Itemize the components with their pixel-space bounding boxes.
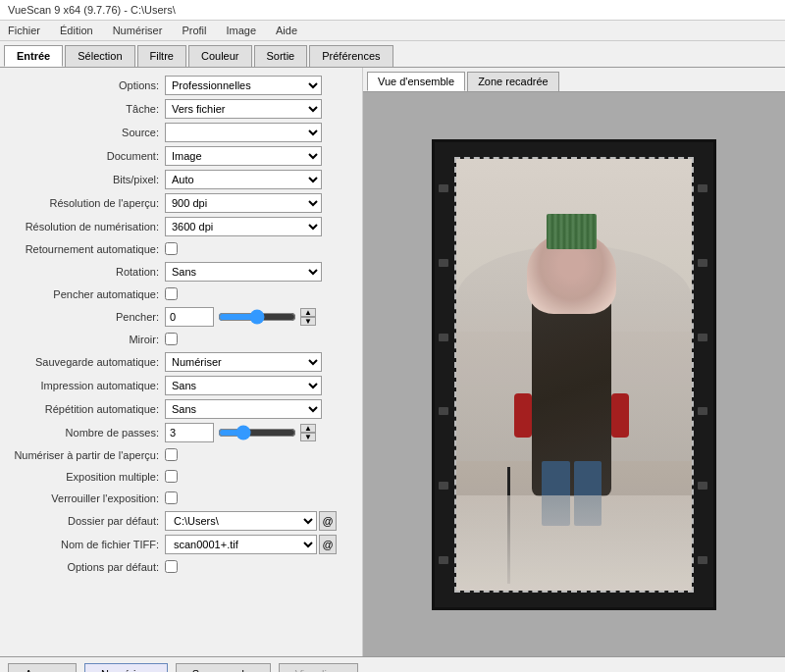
label-res-num: Résolution de numérisation: <box>8 221 165 233</box>
label-passes: Nombre de passes: <box>8 427 165 439</box>
control-rotation: Sans <box>165 262 354 282</box>
row-pencher-auto: Pencher automatique: <box>0 284 362 305</box>
control-options: Professionnelles <box>165 76 354 95</box>
menu-aide[interactable]: Aide <box>272 23 301 38</box>
right-panel: Vue d'ensemble Zone recadrée <box>363 68 785 656</box>
sprocket-hole <box>698 556 707 564</box>
btn-visualiser[interactable]: Visualiser <box>279 663 359 672</box>
row-options-defaut: Options par défaut: <box>0 556 362 578</box>
label-options-defaut: Options par défaut: <box>8 561 165 573</box>
input-passes[interactable] <box>165 423 214 442</box>
sprocket-hole <box>698 482 707 490</box>
checkbox-retournement[interactable] <box>165 242 178 255</box>
select-tache[interactable]: Vers fichier <box>165 99 322 119</box>
spin-down-passes[interactable]: ▼ <box>300 433 316 441</box>
btn-at-fichier[interactable]: @ <box>319 535 337 554</box>
btn-at-dossier[interactable]: @ <box>319 511 337 531</box>
checkbox-miroir[interactable] <box>165 333 178 345</box>
control-tache: Vers fichier <box>165 99 354 119</box>
select-impression[interactable]: Sans <box>165 376 322 395</box>
row-retournement: Retournement automatique: <box>0 238 362 260</box>
tab-filtre[interactable]: Filtre <box>137 45 186 67</box>
slider-pencher[interactable] <box>218 309 296 325</box>
menu-edition[interactable]: Édition <box>56 23 97 38</box>
spin-up-pencher[interactable]: ▲ <box>300 308 316 317</box>
control-dossier: C:\Users\ @ <box>165 511 354 531</box>
label-retournement: Retournement automatique: <box>8 243 165 255</box>
spin-down-pencher[interactable]: ▼ <box>300 317 316 326</box>
select-bits[interactable]: Auto <box>165 170 322 189</box>
menu-numeriser[interactable]: Numériser <box>109 23 167 38</box>
row-source: Source: <box>0 121 362 144</box>
input-pencher[interactable] <box>165 307 214 327</box>
select-sauvegarde[interactable]: Numériser <box>165 352 322 372</box>
view-tab-crop[interactable]: Zone recadrée <box>467 72 559 91</box>
tab-entree[interactable]: Entrée <box>4 45 63 67</box>
select-res-num[interactable]: 3600 dpi <box>165 217 322 236</box>
label-impression: Impression automatique: <box>8 380 165 391</box>
sprocket-hole <box>698 259 707 267</box>
checkbox-options-defaut[interactable] <box>165 560 178 573</box>
sprocket-hole <box>439 334 448 341</box>
tab-couleur[interactable]: Couleur <box>188 45 252 67</box>
scan-image-area <box>454 157 694 593</box>
label-dossier: Dossier par défaut: <box>8 515 165 527</box>
control-res-num: 3600 dpi <box>165 217 354 236</box>
btn-apercu[interactable]: Aperçu <box>8 663 77 672</box>
select-document[interactable]: Image <box>165 146 322 166</box>
checkbox-pencher-auto[interactable] <box>165 287 178 300</box>
select-fichier[interactable]: scan0001+.tif <box>165 535 317 554</box>
label-document: Document: <box>8 150 165 162</box>
checkbox-exposition[interactable] <box>165 470 178 483</box>
left-panel: Options: Professionnelles Tâche: Vers fi… <box>0 68 363 656</box>
spin-up-passes[interactable]: ▲ <box>300 424 316 433</box>
control-res-apercu: 900 dpi <box>165 193 354 213</box>
label-source: Source: <box>8 127 165 138</box>
photo-overlay <box>456 159 692 591</box>
row-pencher: Pencher: ▲ ▼ <box>0 305 362 329</box>
select-repetition[interactable]: Sans <box>165 399 322 419</box>
slider-passes[interactable] <box>218 425 296 440</box>
row-exposition: Exposition multiple: <box>0 466 362 488</box>
control-exposition <box>165 470 354 485</box>
select-res-apercu[interactable]: 900 dpi <box>165 193 322 213</box>
row-bits: Bits/pixel: Auto <box>0 168 362 191</box>
select-source[interactable] <box>165 123 322 142</box>
sprocket-hole <box>698 407 707 415</box>
btn-numeriser[interactable]: Numériser <box>84 663 168 672</box>
label-pencher-auto: Pencher automatique: <box>8 288 165 300</box>
menu-profil[interactable]: Profil <box>178 23 210 38</box>
view-tab-overview[interactable]: Vue d'ensemble <box>367 72 465 91</box>
label-rotation: Rotation: <box>8 266 165 278</box>
control-miroir <box>165 333 354 347</box>
control-bits: Auto <box>165 170 354 189</box>
checkbox-verrouiller[interactable] <box>165 491 178 504</box>
menu-image[interactable]: Image <box>222 23 260 38</box>
film-strip <box>432 139 716 610</box>
row-dossier: Dossier par défaut: C:\Users\ @ <box>0 509 362 533</box>
control-verrouiller <box>165 491 354 506</box>
control-sauvegarde: Numériser <box>165 352 354 372</box>
sprocket-holes-left <box>439 142 450 607</box>
tab-preferences[interactable]: Préférences <box>309 45 392 67</box>
select-options[interactable]: Professionnelles <box>165 76 322 95</box>
label-miroir: Miroir: <box>8 334 165 345</box>
label-repetition: Répétition automatique: <box>8 403 165 415</box>
menu-fichier[interactable]: Fichier <box>4 23 44 38</box>
select-dossier[interactable]: C:\Users\ <box>165 511 317 531</box>
tab-selection[interactable]: Sélection <box>65 45 134 67</box>
control-options-defaut <box>165 560 354 575</box>
label-fichier: Nom de fichier TIFF: <box>8 539 165 550</box>
sprocket-hole <box>439 407 448 415</box>
tab-sortie[interactable]: Sortie <box>254 45 308 67</box>
row-rotation: Rotation: Sans <box>0 260 362 284</box>
row-document: Document: Image <box>0 144 362 168</box>
label-bits: Bits/pixel: <box>8 174 165 185</box>
row-options: Options: Professionnelles <box>0 74 362 97</box>
sprocket-holes-right <box>698 142 709 607</box>
btn-sauvegarder[interactable]: Sauvegarder <box>176 663 271 672</box>
title-bar: VueScan 9 x64 (9.7.76) - C:\Users\ <box>0 0 785 21</box>
select-rotation[interactable]: Sans <box>165 262 322 282</box>
checkbox-num-apercu[interactable] <box>165 448 178 461</box>
row-tache: Tâche: Vers fichier <box>0 97 362 121</box>
